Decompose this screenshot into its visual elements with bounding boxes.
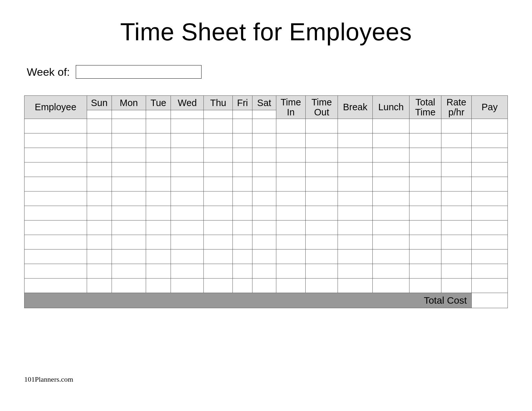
table-cell[interactable] <box>87 264 112 279</box>
table-cell[interactable] <box>171 119 204 133</box>
table-cell[interactable] <box>146 264 171 279</box>
table-cell[interactable] <box>276 133 306 148</box>
table-cell[interactable] <box>112 119 146 133</box>
table-cell[interactable] <box>252 235 276 250</box>
table-cell[interactable] <box>25 206 87 220</box>
table-cell[interactable] <box>87 220 112 235</box>
table-cell[interactable] <box>338 148 373 162</box>
table-cell[interactable] <box>471 133 507 148</box>
table-cell[interactable] <box>306 162 338 177</box>
table-cell[interactable] <box>233 177 252 191</box>
table-cell[interactable] <box>146 206 171 220</box>
table-cell[interactable] <box>409 220 441 235</box>
table-cell[interactable] <box>171 264 204 279</box>
table-cell[interactable] <box>233 206 252 220</box>
table-cell[interactable] <box>146 148 171 162</box>
table-cell[interactable] <box>204 235 233 250</box>
table-cell[interactable] <box>204 119 233 133</box>
table-cell[interactable] <box>171 133 204 148</box>
table-cell[interactable] <box>441 148 472 162</box>
table-cell[interactable] <box>373 133 409 148</box>
table-cell[interactable] <box>409 279 441 293</box>
table-cell[interactable] <box>409 177 441 191</box>
table-cell[interactable] <box>276 162 306 177</box>
table-cell[interactable] <box>171 235 204 250</box>
table-cell[interactable] <box>87 162 112 177</box>
table-cell[interactable] <box>146 162 171 177</box>
table-cell[interactable] <box>25 220 87 235</box>
table-cell[interactable] <box>373 220 409 235</box>
table-cell[interactable] <box>409 133 441 148</box>
table-cell[interactable] <box>306 220 338 235</box>
table-cell[interactable] <box>252 250 276 264</box>
table-cell[interactable] <box>252 279 276 293</box>
table-cell[interactable] <box>112 250 146 264</box>
table-cell[interactable] <box>306 279 338 293</box>
table-cell[interactable] <box>25 177 87 191</box>
table-cell[interactable] <box>87 279 112 293</box>
table-cell[interactable] <box>409 191 441 206</box>
table-cell[interactable] <box>409 119 441 133</box>
table-cell[interactable] <box>373 148 409 162</box>
table-cell[interactable] <box>252 148 276 162</box>
table-cell[interactable] <box>306 133 338 148</box>
table-cell[interactable] <box>252 220 276 235</box>
table-cell[interactable] <box>146 235 171 250</box>
table-cell[interactable] <box>112 220 146 235</box>
table-cell[interactable] <box>87 191 112 206</box>
table-cell[interactable] <box>409 148 441 162</box>
table-cell[interactable] <box>146 119 171 133</box>
table-cell[interactable] <box>441 119 472 133</box>
table-cell[interactable] <box>233 264 252 279</box>
table-cell[interactable] <box>338 220 373 235</box>
table-cell[interactable] <box>373 119 409 133</box>
table-cell[interactable] <box>441 177 472 191</box>
table-cell[interactable] <box>112 162 146 177</box>
table-cell[interactable] <box>233 279 252 293</box>
table-cell[interactable] <box>306 191 338 206</box>
table-cell[interactable] <box>276 148 306 162</box>
table-cell[interactable] <box>409 206 441 220</box>
table-cell[interactable] <box>471 220 507 235</box>
table-cell[interactable] <box>204 250 233 264</box>
table-cell[interactable] <box>252 177 276 191</box>
table-cell[interactable] <box>306 264 338 279</box>
table-cell[interactable] <box>441 250 472 264</box>
table-cell[interactable] <box>112 133 146 148</box>
table-cell[interactable] <box>441 220 472 235</box>
table-cell[interactable] <box>276 220 306 235</box>
table-cell[interactable] <box>171 279 204 293</box>
table-cell[interactable] <box>25 148 87 162</box>
table-cell[interactable] <box>233 220 252 235</box>
table-cell[interactable] <box>233 191 252 206</box>
table-cell[interactable] <box>204 148 233 162</box>
table-cell[interactable] <box>171 220 204 235</box>
table-cell[interactable] <box>112 148 146 162</box>
table-cell[interactable] <box>409 162 441 177</box>
table-cell[interactable] <box>471 162 507 177</box>
table-cell[interactable] <box>233 235 252 250</box>
table-cell[interactable] <box>276 279 306 293</box>
table-cell[interactable] <box>306 148 338 162</box>
table-cell[interactable] <box>252 133 276 148</box>
table-cell[interactable] <box>276 177 306 191</box>
table-cell[interactable] <box>471 264 507 279</box>
table-cell[interactable] <box>441 279 472 293</box>
table-cell[interactable] <box>441 206 472 220</box>
table-cell[interactable] <box>25 162 87 177</box>
table-cell[interactable] <box>471 177 507 191</box>
week-of-input[interactable] <box>76 65 202 79</box>
table-cell[interactable] <box>373 279 409 293</box>
table-cell[interactable] <box>373 191 409 206</box>
table-cell[interactable] <box>252 119 276 133</box>
table-cell[interactable] <box>146 133 171 148</box>
table-cell[interactable] <box>233 162 252 177</box>
table-cell[interactable] <box>471 206 507 220</box>
table-cell[interactable] <box>112 177 146 191</box>
table-cell[interactable] <box>306 206 338 220</box>
table-cell[interactable] <box>276 264 306 279</box>
table-cell[interactable] <box>204 191 233 206</box>
table-cell[interactable] <box>87 119 112 133</box>
table-cell[interactable] <box>441 264 472 279</box>
table-cell[interactable] <box>233 133 252 148</box>
